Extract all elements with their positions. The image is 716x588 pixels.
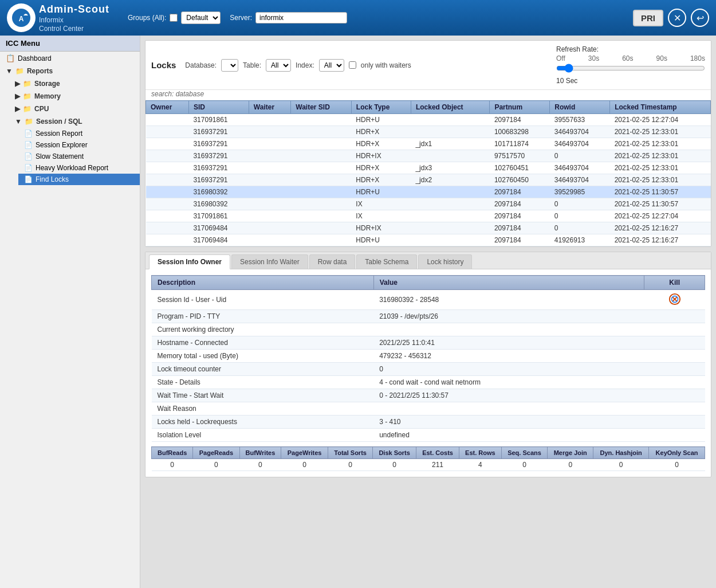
main-layout: ICC Menu 📋 Dashboard ▼ 📁 Reports ▶ 📁 Sto… <box>0 36 716 588</box>
list-item: Lock timeout counter 0 <box>152 363 705 376</box>
col-sid: SID <box>188 101 249 114</box>
sidebar-item-dashboard[interactable]: 📋 Dashboard <box>0 52 140 65</box>
back-button[interactable]: ↩ <box>691 9 709 27</box>
list-item: Wait Reason <box>152 402 705 415</box>
stats-col-header: Dyn. Hashjoin <box>593 447 649 459</box>
kill-cell-empty <box>644 310 705 323</box>
cell-partnum: 102760451 <box>490 162 550 174</box>
tab-row-data[interactable]: Row data <box>309 254 356 269</box>
table-row[interactable]: 316980392 HDR+U 2097184 39529985 2021-02… <box>146 186 711 198</box>
stats-cell: 0 <box>501 459 548 471</box>
index-dropdown[interactable]: All <box>319 59 344 72</box>
tab-lock-history[interactable]: Lock history <box>418 254 472 269</box>
kill-button[interactable] <box>668 292 682 306</box>
cell-locked-object <box>411 210 489 222</box>
cell-partnum: 2097184 <box>490 186 550 198</box>
sidebar-group-reports: ▼ 📁 Reports ▶ 📁 Storage ▶ 📁 Memor <box>0 65 140 185</box>
info-desc: Current working directory <box>152 323 374 336</box>
close-button[interactable]: ✕ <box>668 9 686 27</box>
folder-icon: 📁 <box>23 92 32 100</box>
list-item: State - Details 4 - cond wait - cond wai… <box>152 376 705 389</box>
list-item: Isolation Level undefined <box>152 429 705 442</box>
groups-dropdown[interactable]: Default <box>181 11 221 24</box>
session-report-label: Session Report <box>36 130 82 138</box>
sidebar-storage-header[interactable]: ▶ 📁 Storage <box>9 77 140 90</box>
info-desc: State - Details <box>152 376 374 389</box>
sidebar-item-session-report[interactable]: 📄 Session Report <box>18 128 140 139</box>
tab-session-info-waiter[interactable]: Session Info Waiter <box>231 254 308 269</box>
table-row[interactable]: 317069484 HDR+U 2097184 41926913 2021-02… <box>146 234 711 246</box>
table-row[interactable]: 316937291 HDR+X 100683298 346493704 2021… <box>146 126 711 138</box>
kill-cell-empty <box>644 389 705 402</box>
col-lock-type: Lock Type <box>351 101 411 114</box>
cell-waiter-sid <box>291 114 352 126</box>
info-value: 2021/2/25 11:0:41 <box>373 336 644 350</box>
sidebar-cpu-header[interactable]: ▶ 📁 CPU <box>9 103 140 115</box>
stats-cell: 0 <box>593 459 649 471</box>
database-label: Database: <box>185 61 217 69</box>
kill-cell-empty <box>644 415 705 429</box>
sidebar-memory-header[interactable]: ▶ 📁 Memory <box>9 90 140 103</box>
groups-label: Groups (All): <box>128 14 166 22</box>
cell-owner <box>146 174 189 186</box>
cell-waiter <box>249 114 290 126</box>
cell-lock-type: HDR+U <box>351 186 411 198</box>
cell-owner <box>146 162 189 174</box>
cell-waiter-sid <box>291 186 352 198</box>
cell-rowid: 39529985 <box>550 186 610 198</box>
cell-owner <box>146 198 189 210</box>
kill-cell-empty <box>644 429 705 442</box>
refresh-slider[interactable] <box>556 64 705 73</box>
slow-statement-label: Slow Statement <box>36 152 84 160</box>
table-dropdown[interactable]: All <box>266 59 291 72</box>
kill-cell-empty <box>644 323 705 336</box>
table-row[interactable]: 317091861 IX 2097184 0 2021-02-25 12:27:… <box>146 210 711 222</box>
stats-col-header: Disk Sorts <box>373 447 416 459</box>
database-dropdown[interactable] <box>221 59 238 72</box>
brand-logo: A <box>7 3 36 32</box>
locks-toolbar: Locks Database: Table: All Index: All on… <box>145 41 711 90</box>
cell-rowid: 0 <box>550 210 610 222</box>
tab-session-info-owner[interactable]: Session Info Owner <box>149 254 230 269</box>
stats-col-header: KeyOnly Scan <box>649 447 705 459</box>
sidebar-session-sql-label: Session / SQL <box>36 117 82 126</box>
cell-locked-object <box>411 234 489 246</box>
sidebar-session-sql-header[interactable]: ▼ 📁 Session / SQL <box>9 115 140 128</box>
cell-partnum: 102760450 <box>490 174 550 186</box>
sidebar-cpu-label: CPU <box>34 105 49 113</box>
brand: A Admin-Scout InformixControl Center <box>7 3 109 33</box>
cell-waiter <box>249 162 290 174</box>
table-row[interactable]: 317069484 HDR+IX 2097184 0 2021-02-25 12… <box>146 222 711 234</box>
sidebar-reports-header[interactable]: ▼ 📁 Reports <box>0 65 140 77</box>
tab-table-schema[interactable]: Table Schema <box>356 254 417 269</box>
cell-partnum: 100683298 <box>490 126 550 138</box>
cell-waiter <box>249 174 290 186</box>
bottom-panel: Session Info Owner Session Info Waiter R… <box>145 252 711 477</box>
cell-timestamp: 2021-02-25 12:27:04 <box>610 210 711 222</box>
stats-cell: 4 <box>459 459 502 471</box>
cell-sid: 316937291 <box>188 126 249 138</box>
only-waiters-checkbox[interactable] <box>349 61 356 69</box>
col-owner: Owner <box>146 101 189 114</box>
table-row[interactable]: 317091861 HDR+U 2097184 39557633 2021-02… <box>146 114 711 126</box>
groups-checkbox[interactable] <box>170 14 178 22</box>
server-label: Server: <box>230 14 252 22</box>
cell-sid: 316937291 <box>188 138 249 150</box>
server-input[interactable] <box>255 12 347 23</box>
info-value: 0 <box>373 363 644 376</box>
list-item: Wait Time - Start Wait 0 - 2021/2/25 11:… <box>152 389 705 402</box>
stats-cell: 0 <box>649 459 705 471</box>
sidebar-item-slow-statement[interactable]: 📄 Slow Statement <box>18 151 140 162</box>
table-row[interactable]: 316937291 HDR+X _jdx2 102760450 34649370… <box>146 174 711 186</box>
sidebar-item-session-explorer[interactable]: 📄 Session Explorer <box>18 139 140 151</box>
table-row[interactable]: 316937291 HDR+X _jdx3 102760451 34649370… <box>146 162 711 174</box>
list-item: Memory total - used (Byte) 479232 - 4563… <box>152 350 705 363</box>
sidebar-item-find-locks[interactable]: 📄 Find Locks <box>18 174 140 185</box>
locks-table-header: Owner SID Waiter Waiter SID Lock Type Lo… <box>146 101 711 114</box>
table-row[interactable]: 316937291 HDR+IX 97517570 0 2021-02-25 1… <box>146 150 711 162</box>
col-description: Description <box>152 276 374 290</box>
sidebar-item-heavy-workload[interactable]: 📄 Heavy Workload Report <box>18 162 140 174</box>
table-row[interactable]: 316980392 IX 2097184 0 2021-02-25 11:30:… <box>146 198 711 210</box>
table-row[interactable]: 316937291 HDR+X _jdx1 101711874 34649370… <box>146 138 711 150</box>
only-waiters-label: only with waiters <box>361 61 411 69</box>
